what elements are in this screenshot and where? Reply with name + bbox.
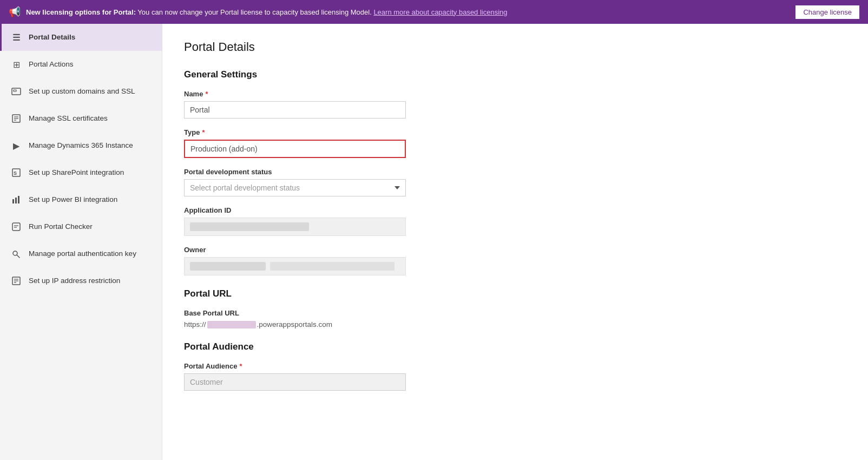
sidebar-label-auth-key: Manage portal authentication key [29, 249, 136, 259]
sidebar-label-dynamics-365: Manage Dynamics 365 Instance [29, 141, 133, 150]
base-url-value: https://.powerappsportals.com [184, 320, 846, 328]
ip-restriction-icon [10, 275, 22, 287]
banner-icon: 📢 [9, 6, 21, 18]
sidebar-item-custom-domains[interactable]: Set up custom domains and SSL [0, 78, 162, 105]
sidebar-label-custom-domains: Set up custom domains and SSL [29, 87, 135, 96]
url-suffix: .powerappsportals.com [257, 320, 333, 328]
svg-rect-11 [12, 223, 20, 231]
owner-redacted-1 [190, 262, 266, 271]
app-id-field-group: Application ID [184, 206, 846, 236]
sidebar-item-auth-key[interactable]: Manage portal authentication key [0, 240, 162, 267]
sidebar-label-portal-actions: Portal Actions [29, 60, 74, 69]
sidebar-label-ssl-certs: Manage SSL certificates [29, 114, 108, 123]
main-layout: ☰ Portal Details ⊞ Portal Actions Set up… [0, 24, 868, 460]
sidebar-item-power-bi[interactable]: Set up Power BI integration [0, 186, 162, 213]
audience-field-group: Portal Audience * [184, 362, 846, 391]
sidebar-label-portal-details: Portal Details [29, 32, 75, 42]
change-license-button[interactable]: Change license [795, 5, 859, 19]
url-prefix: https:// [184, 320, 206, 328]
dev-status-label: Portal development status [184, 168, 846, 176]
base-url-field-group: Base Portal URL https://.powerappsportal… [184, 309, 846, 328]
portal-url-title: Portal URL [184, 288, 846, 299]
sidebar-item-portal-details[interactable]: ☰ Portal Details [0, 24, 162, 51]
audience-title: Portal Audience [184, 341, 846, 352]
svg-text:S: S [14, 170, 17, 176]
type-field-group: Type * [184, 128, 846, 158]
sidebar-item-portal-checker[interactable]: Run Portal Checker [0, 213, 162, 240]
sidebar-label-power-bi: Set up Power BI integration [29, 195, 117, 205]
portal-actions-icon: ⊞ [10, 58, 22, 70]
owner-field-group: Owner [184, 246, 846, 275]
owner-label: Owner [184, 246, 846, 254]
name-field-group: Name * [184, 90, 846, 119]
content-area: Portal Details General Settings Name * T… [162, 24, 868, 460]
banner-bold: New licensing options for Portal: [26, 8, 136, 16]
app-id-label: Application ID [184, 206, 846, 214]
sidebar: ☰ Portal Details ⊞ Portal Actions Set up… [0, 24, 162, 460]
notification-banner: 📢 New licensing options for Portal: You … [0, 0, 868, 24]
power-bi-icon [10, 194, 22, 206]
sidebar-label-ip-restriction: Set up IP address restriction [29, 276, 120, 286]
audience-required: * [239, 362, 242, 370]
sidebar-item-sharepoint[interactable]: S Set up SharePoint integration [0, 159, 162, 186]
name-label: Name * [184, 90, 846, 98]
portal-details-icon: ☰ [10, 31, 22, 43]
general-settings-title: General Settings [184, 69, 846, 80]
svg-rect-9 [15, 198, 17, 203]
sidebar-item-ssl-certs[interactable]: Manage SSL certificates [0, 105, 162, 132]
sidebar-item-portal-actions[interactable]: ⊞ Portal Actions [0, 51, 162, 78]
sharepoint-icon: S [10, 167, 22, 179]
dev-status-select[interactable]: Select portal development status [184, 179, 406, 196]
sidebar-label-portal-checker: Run Portal Checker [29, 222, 93, 232]
base-url-label: Base Portal URL [184, 309, 846, 317]
banner-link[interactable]: Learn more about capacity based licensin… [373, 8, 507, 16]
audience-divider: Portal Audience [184, 341, 846, 352]
name-required: * [205, 90, 208, 98]
dynamics-365-icon: ▶ [10, 140, 22, 152]
audience-label: Portal Audience * [184, 362, 846, 370]
sidebar-label-sharepoint: Set up SharePoint integration [29, 168, 124, 178]
app-id-redacted [190, 222, 309, 231]
type-label: Type * [184, 128, 846, 136]
page-title: Portal Details [184, 40, 846, 54]
svg-rect-8 [12, 199, 14, 203]
owner-value [184, 257, 406, 275]
sidebar-item-dynamics-365[interactable]: ▶ Manage Dynamics 365 Instance [0, 132, 162, 159]
audience-input [184, 373, 406, 391]
type-required: * [202, 128, 205, 136]
ssl-certs-icon [10, 113, 22, 124]
portal-checker-icon [10, 221, 22, 233]
url-divider: Portal URL [184, 288, 846, 299]
url-redacted [207, 321, 256, 328]
banner-message: You can now change your Portal license t… [137, 8, 371, 16]
sidebar-item-ip-restriction[interactable]: Set up IP address restriction [0, 267, 162, 294]
auth-key-icon [10, 248, 22, 260]
app-id-value [184, 218, 406, 236]
svg-rect-10 [18, 196, 19, 203]
banner-text: New licensing options for Portal: You ca… [26, 8, 790, 16]
owner-redacted-2 [270, 262, 394, 271]
name-input[interactable] [184, 101, 406, 119]
svg-rect-1 [14, 90, 16, 91]
type-input[interactable] [184, 140, 406, 158]
dev-status-field-group: Portal development status Select portal … [184, 168, 846, 196]
custom-domains-icon [10, 86, 22, 97]
